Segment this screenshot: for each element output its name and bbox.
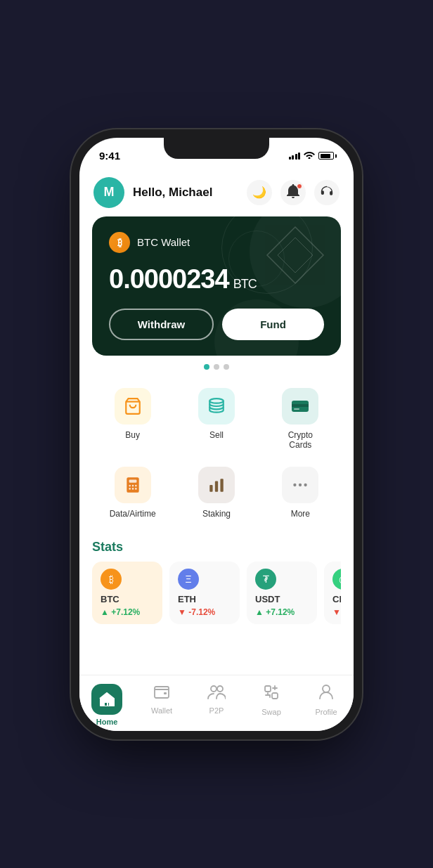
bottom-nav: Home Wallet bbox=[79, 675, 354, 731]
wifi-icon bbox=[304, 150, 315, 161]
svg-rect-17 bbox=[220, 479, 223, 491]
screen-content: M Hello, Michael 🌙 bbox=[79, 169, 354, 731]
svg-point-13 bbox=[131, 488, 134, 490]
svg-point-27 bbox=[323, 685, 330, 692]
bar-chart-icon bbox=[207, 476, 226, 494]
withdraw-button[interactable]: Withdraw bbox=[109, 309, 214, 340]
avatar: M bbox=[93, 177, 124, 208]
balance-unit: BTC bbox=[233, 277, 257, 291]
card-buttons: Withdraw Fund bbox=[109, 309, 324, 340]
calculator-icon bbox=[124, 476, 142, 494]
svg-point-20 bbox=[304, 483, 307, 486]
stack-icon bbox=[207, 397, 226, 415]
nav-p2p[interactable]: P2P bbox=[189, 681, 244, 715]
dot-1[interactable] bbox=[204, 364, 209, 370]
home-icon bbox=[99, 692, 115, 706]
data-airtime-label: Data/Airtime bbox=[110, 509, 156, 519]
buy-icon-wrap bbox=[115, 388, 151, 425]
usdt-name: USDT bbox=[255, 594, 280, 604]
action-staking[interactable]: Staking bbox=[174, 460, 258, 526]
phone-frame: 9:41 M Hello, M bbox=[79, 138, 354, 731]
wallet-nav-label: Wallet bbox=[151, 706, 172, 715]
action-data-airtime[interactable]: Data/Airtime bbox=[91, 460, 174, 526]
cart-icon bbox=[124, 397, 142, 415]
action-crypto-cards[interactable]: CryptoCards bbox=[259, 381, 342, 457]
status-icons bbox=[289, 150, 335, 161]
dark-mode-button[interactable]: 🌙 bbox=[247, 180, 272, 205]
headset-icon bbox=[320, 185, 334, 200]
crypto-cards-label: CryptoCards bbox=[288, 430, 313, 450]
support-button[interactable] bbox=[314, 180, 340, 205]
profile-nav-icon bbox=[318, 684, 334, 705]
svg-point-24 bbox=[217, 686, 223, 692]
fund-button[interactable]: Fund bbox=[222, 309, 324, 340]
moon-icon: 🌙 bbox=[252, 186, 266, 199]
btc-change: +7.12% bbox=[101, 607, 140, 617]
nav-swap[interactable]: Swap bbox=[244, 681, 299, 716]
svg-rect-22 bbox=[164, 692, 167, 694]
action-more[interactable]: More bbox=[259, 460, 342, 526]
eth-stat-icon: Ξ bbox=[178, 569, 199, 590]
btc-coin-icon: ₿ bbox=[109, 232, 130, 253]
dot-2[interactable] bbox=[214, 364, 219, 370]
svg-marker-1 bbox=[278, 238, 313, 273]
notch bbox=[164, 138, 269, 159]
wallet-name: BTC Wallet bbox=[137, 236, 190, 248]
svg-rect-26 bbox=[272, 693, 278, 699]
stat-btc[interactable]: ₿ BTC +7.12% bbox=[92, 562, 162, 624]
svg-point-14 bbox=[135, 488, 137, 490]
action-buy[interactable]: Buy bbox=[91, 381, 174, 457]
balance-amount: 0.0000234 bbox=[109, 264, 229, 294]
stat-celo[interactable]: ◎ CELO -7.12% bbox=[324, 562, 341, 624]
p2p-nav-label: P2P bbox=[209, 706, 224, 715]
svg-rect-15 bbox=[209, 485, 212, 492]
svg-marker-0 bbox=[267, 227, 323, 283]
nav-profile[interactable]: Profile bbox=[299, 681, 354, 716]
notification-badge bbox=[297, 183, 302, 189]
svg-point-10 bbox=[131, 484, 134, 486]
p2p-nav-icon bbox=[207, 684, 226, 704]
data-airtime-icon-wrap bbox=[115, 467, 151, 503]
eth-change: -7.12% bbox=[178, 607, 215, 617]
header: M Hello, Michael 🌙 bbox=[79, 169, 354, 216]
svg-point-9 bbox=[129, 484, 131, 486]
profile-nav-label: Profile bbox=[315, 708, 337, 716]
stats-scroll: ₿ BTC +7.12% Ξ ETH -7.12% ₮ USDT +7.12% bbox=[92, 562, 341, 628]
more-icon-wrap bbox=[282, 467, 318, 503]
nav-home[interactable]: Home bbox=[79, 681, 134, 726]
quick-actions: Buy Sell bbox=[79, 375, 354, 531]
dots-icon bbox=[291, 476, 309, 494]
svg-rect-5 bbox=[292, 404, 309, 407]
credit-card-icon bbox=[291, 399, 309, 413]
stats-title: Stats bbox=[92, 540, 341, 555]
svg-point-19 bbox=[299, 483, 302, 486]
stats-section: Stats ₿ BTC +7.12% Ξ ETH -7.12% ₮ USDT bbox=[79, 534, 354, 631]
swap-nav-label: Swap bbox=[261, 708, 281, 716]
stat-usdt[interactable]: ₮ USDT +7.12% bbox=[247, 562, 317, 624]
usdt-change: +7.12% bbox=[255, 607, 295, 617]
celo-name: CELO bbox=[332, 594, 341, 604]
notifications-button[interactable] bbox=[280, 180, 306, 205]
btc-name: BTC bbox=[101, 594, 119, 604]
action-sell[interactable]: Sell bbox=[174, 381, 258, 457]
svg-point-12 bbox=[129, 488, 131, 490]
sell-label: Sell bbox=[209, 430, 224, 440]
svg-rect-21 bbox=[155, 687, 169, 698]
celo-stat-icon: ◎ bbox=[332, 569, 341, 590]
svg-rect-16 bbox=[215, 481, 218, 491]
staking-icon-wrap bbox=[198, 467, 235, 503]
wallet-card: ₿ BTC Wallet 0.0000234BTC Withdraw Fund bbox=[92, 216, 341, 356]
carousel-dots bbox=[79, 364, 354, 370]
btc-stat-icon: ₿ bbox=[101, 569, 122, 590]
dot-3[interactable] bbox=[224, 364, 229, 370]
wallet-nav-icon bbox=[153, 684, 170, 704]
status-time: 9:41 bbox=[99, 150, 120, 162]
sell-icon-wrap bbox=[198, 388, 235, 425]
nav-wallet[interactable]: Wallet bbox=[134, 681, 189, 715]
svg-rect-8 bbox=[129, 479, 136, 482]
home-icon-bg bbox=[91, 684, 122, 715]
stat-eth[interactable]: Ξ ETH -7.12% bbox=[169, 562, 240, 624]
crypto-cards-icon-wrap bbox=[282, 388, 318, 425]
eth-name: ETH bbox=[178, 594, 196, 604]
svg-point-18 bbox=[294, 483, 297, 486]
